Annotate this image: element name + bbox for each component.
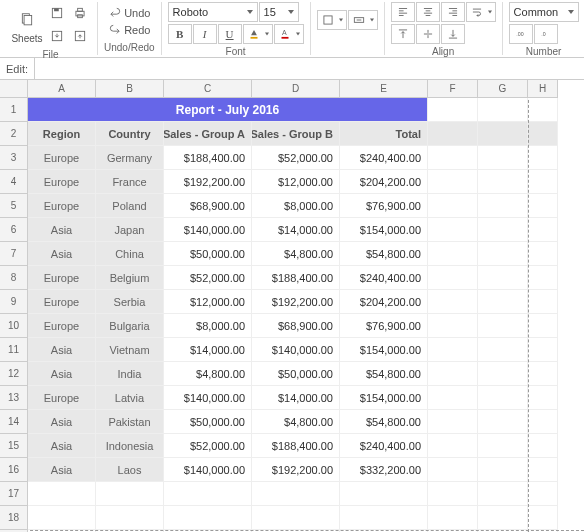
font-name-select[interactable]: Roboto: [168, 2, 258, 22]
cell[interactable]: [428, 362, 478, 386]
formula-input[interactable]: [34, 58, 584, 79]
region-cell[interactable]: Asia: [28, 242, 96, 266]
cell[interactable]: [478, 338, 528, 362]
row-header[interactable]: 7: [0, 242, 28, 266]
table-header-cell[interactable]: Total: [340, 122, 428, 146]
total-cell[interactable]: $332,200.00: [340, 458, 428, 482]
cell[interactable]: [428, 434, 478, 458]
cell[interactable]: [528, 458, 558, 482]
country-cell[interactable]: Pakistan: [96, 410, 164, 434]
cell[interactable]: [428, 458, 478, 482]
cell[interactable]: [528, 506, 558, 530]
country-cell[interactable]: Belgium: [96, 266, 164, 290]
value-cell[interactable]: $4,800.00: [252, 242, 340, 266]
value-cell[interactable]: $140,000.00: [164, 386, 252, 410]
cell[interactable]: [428, 314, 478, 338]
country-cell[interactable]: Serbia: [96, 290, 164, 314]
cell[interactable]: [478, 122, 528, 146]
cell[interactable]: [528, 434, 558, 458]
region-cell[interactable]: Asia: [28, 434, 96, 458]
cell[interactable]: [528, 242, 558, 266]
cell[interactable]: [428, 146, 478, 170]
value-cell[interactable]: $192,200.00: [164, 170, 252, 194]
value-cell[interactable]: $12,000.00: [252, 170, 340, 194]
increase-decimal-button[interactable]: .00: [509, 24, 533, 44]
country-cell[interactable]: Indonesia: [96, 434, 164, 458]
value-cell[interactable]: $8,000.00: [164, 314, 252, 338]
region-cell[interactable]: Asia: [28, 218, 96, 242]
cell[interactable]: [528, 266, 558, 290]
import-icon[interactable]: [46, 25, 68, 47]
fill-color-button[interactable]: [243, 24, 273, 44]
value-cell[interactable]: $192,200.00: [252, 458, 340, 482]
cell[interactable]: [528, 146, 558, 170]
row-header[interactable]: 15: [0, 434, 28, 458]
valign-middle-button[interactable]: [416, 24, 440, 44]
row-header[interactable]: 14: [0, 410, 28, 434]
country-cell[interactable]: Germany: [96, 146, 164, 170]
cell[interactable]: [428, 410, 478, 434]
cell[interactable]: [478, 314, 528, 338]
value-cell[interactable]: $14,000.00: [252, 218, 340, 242]
valign-bottom-button[interactable]: [441, 24, 465, 44]
row-header[interactable]: 3: [0, 146, 28, 170]
total-cell[interactable]: $76,900.00: [340, 314, 428, 338]
cell[interactable]: [340, 506, 428, 530]
value-cell[interactable]: $140,000.00: [252, 338, 340, 362]
cell[interactable]: [28, 482, 96, 506]
row-header[interactable]: 1: [0, 98, 28, 122]
cell[interactable]: [478, 170, 528, 194]
total-cell[interactable]: $154,000.00: [340, 338, 428, 362]
cell[interactable]: [478, 146, 528, 170]
column-header[interactable]: C: [164, 80, 252, 98]
cell[interactable]: [478, 98, 528, 122]
undo-button[interactable]: Undo: [104, 5, 154, 21]
country-cell[interactable]: Laos: [96, 458, 164, 482]
row-header[interactable]: 4: [0, 170, 28, 194]
number-format-select[interactable]: Common: [509, 2, 579, 22]
total-cell[interactable]: $54,800.00: [340, 410, 428, 434]
country-cell[interactable]: Vietnam: [96, 338, 164, 362]
merge-button[interactable]: [348, 10, 378, 30]
total-cell[interactable]: $240,400.00: [340, 266, 428, 290]
value-cell[interactable]: $12,000.00: [164, 290, 252, 314]
value-cell[interactable]: $188,400.00: [252, 434, 340, 458]
cell[interactable]: [478, 194, 528, 218]
country-cell[interactable]: Poland: [96, 194, 164, 218]
value-cell[interactable]: $52,000.00: [164, 266, 252, 290]
wrap-button[interactable]: [466, 2, 496, 22]
column-header[interactable]: D: [252, 80, 340, 98]
total-cell[interactable]: $240,400.00: [340, 146, 428, 170]
table-header-cell[interactable]: Region: [28, 122, 96, 146]
cell[interactable]: [528, 170, 558, 194]
region-cell[interactable]: Asia: [28, 410, 96, 434]
cell[interactable]: [528, 122, 558, 146]
value-cell[interactable]: $52,000.00: [252, 146, 340, 170]
cell[interactable]: [478, 386, 528, 410]
region-cell[interactable]: Asia: [28, 362, 96, 386]
region-cell[interactable]: Europe: [28, 266, 96, 290]
cell[interactable]: [96, 482, 164, 506]
cell[interactable]: [428, 290, 478, 314]
table-header-cell[interactable]: Country: [96, 122, 164, 146]
table-header-cell[interactable]: Sales - Group B: [252, 122, 340, 146]
value-cell[interactable]: $68,900.00: [164, 194, 252, 218]
cell[interactable]: [478, 410, 528, 434]
country-cell[interactable]: France: [96, 170, 164, 194]
column-header[interactable]: A: [28, 80, 96, 98]
value-cell[interactable]: $14,000.00: [164, 338, 252, 362]
value-cell[interactable]: $140,000.00: [164, 218, 252, 242]
cell[interactable]: [528, 314, 558, 338]
cell[interactable]: [428, 266, 478, 290]
cell[interactable]: [428, 194, 478, 218]
cell[interactable]: [528, 194, 558, 218]
align-center-button[interactable]: [416, 2, 440, 22]
value-cell[interactable]: $188,400.00: [164, 146, 252, 170]
cell[interactable]: [428, 386, 478, 410]
region-cell[interactable]: Europe: [28, 386, 96, 410]
sheets-button[interactable]: [10, 6, 44, 32]
total-cell[interactable]: $54,800.00: [340, 242, 428, 266]
cell[interactable]: [428, 122, 478, 146]
cell[interactable]: [528, 386, 558, 410]
cell[interactable]: [428, 506, 478, 530]
